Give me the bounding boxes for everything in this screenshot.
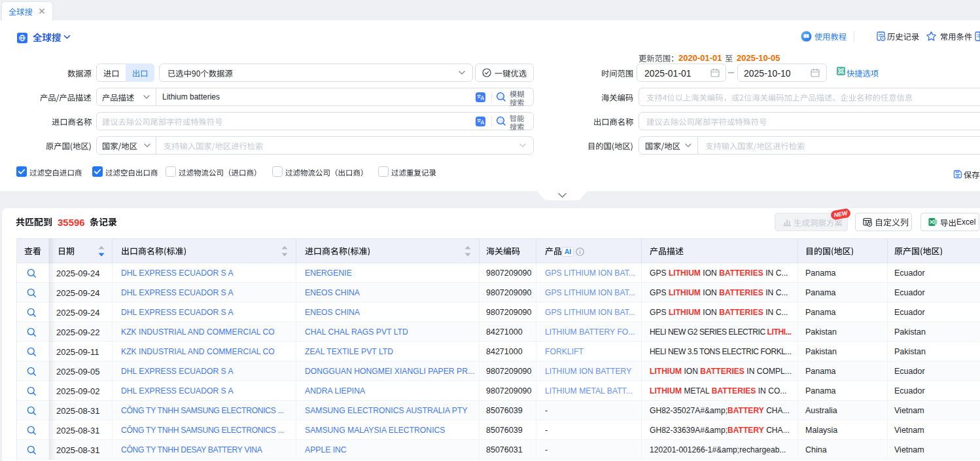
svg-text:AI: AI <box>565 248 572 255</box>
